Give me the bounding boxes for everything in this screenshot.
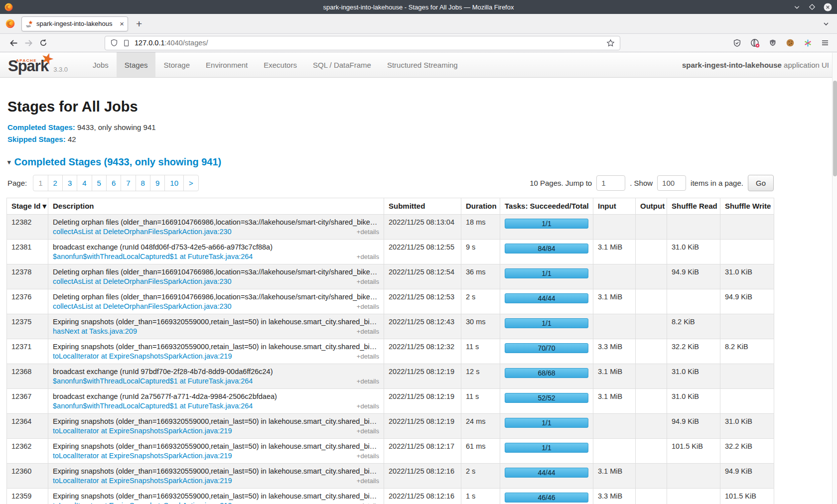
col-header-duration[interactable]: Duration	[461, 198, 500, 215]
col-header-description[interactable]: Description	[48, 198, 384, 215]
minimize-icon[interactable]	[793, 3, 801, 11]
details-toggle[interactable]: +details	[357, 477, 379, 485]
page-button-10[interactable]: 10	[164, 175, 183, 191]
stage-id-cell: 12375	[7, 314, 48, 339]
shuffle-write-cell	[720, 364, 774, 389]
duration-cell: 2 s	[461, 464, 500, 489]
privacy-shield-icon[interactable]	[733, 39, 741, 47]
window-title: spark-ingest-into-lakehouse - Stages for…	[0, 3, 837, 11]
details-toggle[interactable]: +details	[357, 427, 379, 435]
col-header-tasks-succeeded-total[interactable]: Tasks: Succeeded/Total	[500, 198, 593, 215]
page-button-next[interactable]: >	[183, 175, 198, 191]
page-button-1[interactable]: 1	[33, 175, 47, 191]
containers-icon[interactable]	[750, 38, 760, 48]
tab-list-chevron-icon[interactable]	[822, 20, 830, 28]
completed-stages-value: 9433, only showing 941	[77, 123, 156, 131]
description-cell: broadcast exchange (runId 048fd06f-d753-…	[48, 240, 384, 264]
completed-stages-link[interactable]: Completed Stages:	[7, 123, 75, 131]
extension-asterisk-icon[interactable]	[804, 39, 812, 47]
stage-callsite-link[interactable]: $anonfun$withThreadLocalCaptured$1 at Fu…	[53, 377, 253, 385]
close-icon[interactable]	[824, 3, 832, 11]
page-button-2[interactable]: 2	[48, 175, 62, 191]
maximize-icon[interactable]	[809, 3, 816, 10]
page-button-9[interactable]: 9	[150, 175, 164, 191]
col-header-shuffle-write[interactable]: Shuffle Write	[720, 198, 774, 215]
page-button-3[interactable]: 3	[62, 175, 77, 191]
menu-icon[interactable]	[821, 39, 829, 47]
stage-callsite-link[interactable]: toLocalIterator at ExpireSnapshotsSparkA…	[53, 477, 232, 485]
forward-icon[interactable]	[21, 36, 36, 50]
nav-item-executors[interactable]: Executors	[256, 52, 305, 77]
stage-callsite-link[interactable]: toLocalIterator at ExpireSnapshotsSparkA…	[53, 427, 232, 435]
skipped-stages-link[interactable]: Skipped Stages:	[7, 135, 66, 143]
details-toggle[interactable]: +details	[357, 353, 379, 360]
table-row: 12359 Expiring snapshots (older_than=166…	[7, 489, 774, 504]
reload-icon[interactable]	[36, 36, 51, 50]
col-header-output[interactable]: Output	[636, 198, 667, 215]
page-button-5[interactable]: 5	[92, 175, 106, 191]
stage-callsite-link[interactable]: collectAsList at DeleteOrphanFilesSparkA…	[53, 228, 232, 236]
col-header-shuffle-read[interactable]: Shuffle Read	[667, 198, 720, 215]
stage-callsite-link[interactable]: toLocalIterator at ExpireSnapshotsSparkA…	[53, 452, 232, 460]
url-bar[interactable]: 127.0.0.1:4040/stages/	[105, 36, 620, 50]
page-button-6[interactable]: 6	[106, 175, 121, 191]
tasks-progress-label: 1/1	[542, 319, 551, 327]
stage-callsite-link[interactable]: toLocalIterator at ExpireSnapshotsSparkA…	[53, 502, 232, 504]
input-cell: 3.1 MiB	[593, 289, 636, 314]
bookmark-star-icon[interactable]	[606, 39, 615, 47]
ublock-shield-icon[interactable]	[769, 39, 777, 47]
nav-item-environment[interactable]: Environment	[198, 52, 256, 77]
page-button-7[interactable]: 7	[121, 175, 135, 191]
table-row: 12368 broadcast exchange (runId 97bdf70e…	[7, 364, 774, 389]
stage-callsite-link[interactable]: collectAsList at DeleteOrphanFilesSparkA…	[53, 302, 232, 310]
new-tab-button[interactable]: +	[136, 18, 142, 29]
scrollbar-thumb[interactable]	[833, 81, 837, 176]
nav-item-structured-streaming[interactable]: Structured Streaming	[379, 52, 466, 77]
tasks-progress-label: 84/84	[538, 245, 555, 252]
spark-logo[interactable]: APACHE Spark ★ 3.3.0	[0, 52, 81, 77]
stage-callsite-link[interactable]: toLocalIterator at ExpireSnapshotsSparkA…	[53, 352, 232, 360]
tasks-progress-bar: 52/52	[505, 393, 588, 403]
shuffle-write-cell: 94.9 KiB	[720, 289, 774, 314]
page-button-4[interactable]: 4	[77, 175, 91, 191]
tasks-progress-label: 1/1	[542, 220, 551, 228]
tab-close-icon[interactable]: ×	[120, 20, 124, 27]
details-toggle[interactable]: +details	[357, 228, 379, 236]
col-header-stage-id[interactable]: Stage Id ▾	[7, 198, 48, 215]
go-button[interactable]: Go	[748, 175, 774, 191]
col-header-input[interactable]: Input	[593, 198, 636, 215]
show-items-input[interactable]	[657, 175, 686, 191]
details-toggle[interactable]: +details	[357, 452, 379, 460]
cookie-icon[interactable]	[786, 38, 795, 47]
page-button-8[interactable]: 8	[136, 175, 150, 191]
submitted-cell: 2022/11/25 08:12:55	[384, 240, 461, 264]
details-toggle[interactable]: +details	[357, 328, 379, 335]
nav-item-stages[interactable]: Stages	[117, 52, 156, 77]
application-name: spark-ingest-into-lakehouse	[682, 61, 782, 69]
details-toggle[interactable]: +details	[357, 402, 379, 410]
scrollbar-track[interactable]	[832, 53, 837, 504]
tasks-cell: 1/1	[500, 314, 593, 339]
details-toggle[interactable]: +details	[357, 378, 379, 385]
details-toggle[interactable]: +details	[357, 278, 379, 285]
page-info-icon[interactable]	[123, 39, 130, 47]
back-icon[interactable]	[6, 36, 21, 50]
col-header-submitted[interactable]: Submitted	[384, 198, 461, 215]
completed-stages-section-toggle[interactable]: ▾ Completed Stages (9433, only showing 9…	[7, 156, 774, 168]
jump-to-input[interactable]	[596, 175, 625, 191]
tasks-progress-bar: 46/46	[505, 493, 588, 503]
nav-item-sql-dataframe[interactable]: SQL / DataFrame	[305, 52, 379, 77]
stage-callsite-link[interactable]: $anonfun$withThreadLocalCaptured$1 at Fu…	[53, 252, 253, 260]
input-cell: 3.1 MiB	[593, 464, 636, 489]
nav-item-storage[interactable]: Storage	[155, 52, 198, 77]
browser-tab[interactable]: spark-ingest-into-lakehous ×	[21, 16, 128, 31]
stage-callsite-link[interactable]: $anonfun$withThreadLocalCaptured$1 at Fu…	[53, 402, 253, 410]
stage-callsite-link[interactable]: hasNext at Tasks.java:209	[53, 327, 137, 335]
details-toggle[interactable]: +details	[357, 253, 379, 260]
nav-item-jobs[interactable]: Jobs	[85, 52, 117, 77]
stage-callsite-link[interactable]: collectAsList at DeleteOrphanFilesSparkA…	[53, 277, 232, 285]
shield-icon[interactable]	[110, 39, 118, 47]
details-toggle[interactable]: +details	[357, 502, 379, 504]
submitted-cell: 2022/11/25 08:13:04	[384, 215, 461, 240]
details-toggle[interactable]: +details	[357, 303, 379, 310]
